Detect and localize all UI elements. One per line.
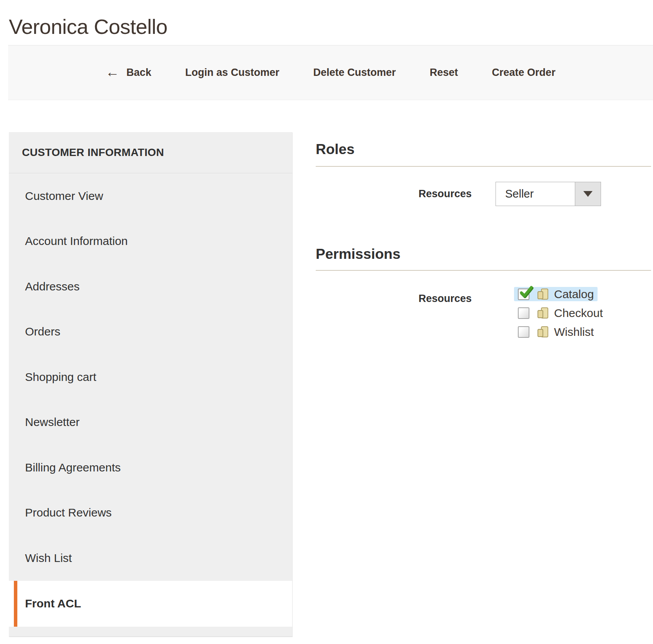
caret-down-icon xyxy=(583,191,593,197)
folder-icon xyxy=(536,326,549,338)
back-button-label: Back xyxy=(126,67,151,79)
permissions-section-title: Permissions xyxy=(316,246,400,263)
tree-node-catalog[interactable]: Catalog xyxy=(514,287,598,301)
roles-resources-label: Resources xyxy=(318,187,472,200)
delete-customer-button[interactable]: Delete Customer xyxy=(296,67,413,79)
tree-node-label[interactable]: Catalog xyxy=(554,288,594,301)
create-order-button[interactable]: Create Order xyxy=(475,67,573,79)
arrow-left-icon: ← xyxy=(105,65,119,79)
role-select[interactable]: Seller xyxy=(496,182,601,206)
tree-node-checkout[interactable]: Checkout xyxy=(514,306,607,320)
permissions-resources-label: Resources xyxy=(318,292,472,305)
active-item-indicator xyxy=(14,581,17,627)
permissions-section-divider xyxy=(316,270,651,271)
tree-node-label[interactable]: Wishlist xyxy=(554,325,594,339)
sidebar-item-customer-view[interactable]: Customer View xyxy=(9,173,292,219)
checkout-checkbox[interactable] xyxy=(518,307,529,319)
tree-node-wishlist[interactable]: Wishlist xyxy=(514,325,598,339)
sidebar-item-addresses[interactable]: Addresses xyxy=(9,264,292,309)
login-as-customer-button[interactable]: Login as Customer xyxy=(168,67,296,79)
customer-information-sidebar: CUSTOMER INFORMATION Customer View Accou… xyxy=(9,132,292,637)
role-select-value[interactable]: Seller xyxy=(496,182,575,206)
folder-icon xyxy=(536,307,549,319)
check-icon xyxy=(519,285,534,300)
sidebar-header: CUSTOMER INFORMATION xyxy=(9,132,292,173)
sidebar-item-wish-list[interactable]: Wish List xyxy=(9,535,292,581)
roles-section-title: Roles xyxy=(316,141,355,158)
page-title: Veronica Costello xyxy=(9,15,167,39)
sidebar-footer xyxy=(9,627,292,637)
sidebar-item-product-reviews[interactable]: Product Reviews xyxy=(9,490,292,536)
wishlist-checkbox[interactable] xyxy=(518,326,529,338)
tree-node-label[interactable]: Checkout xyxy=(554,307,603,320)
role-select-arrow-button[interactable] xyxy=(575,182,601,206)
sidebar-item-orders[interactable]: Orders xyxy=(9,309,292,355)
back-button[interactable]: ← Back xyxy=(89,66,168,80)
page-actions-toolbar: ← Back Login as Customer Delete Customer… xyxy=(8,45,653,100)
folder-icon xyxy=(536,288,549,300)
sidebar-item-newsletter[interactable]: Newsletter xyxy=(9,400,292,445)
sidebar-item-shopping-cart[interactable]: Shopping cart xyxy=(9,354,292,400)
catalog-checkbox[interactable] xyxy=(518,288,529,300)
reset-button[interactable]: Reset xyxy=(413,67,475,79)
sidebar-item-label: Front ACL xyxy=(25,597,81,610)
sidebar-item-front-acl[interactable]: Front ACL xyxy=(9,581,292,627)
sidebar-item-billing-agreements[interactable]: Billing Agreements xyxy=(9,445,292,490)
sidebar-item-account-information[interactable]: Account Information xyxy=(9,219,292,264)
roles-section-divider xyxy=(316,166,651,167)
